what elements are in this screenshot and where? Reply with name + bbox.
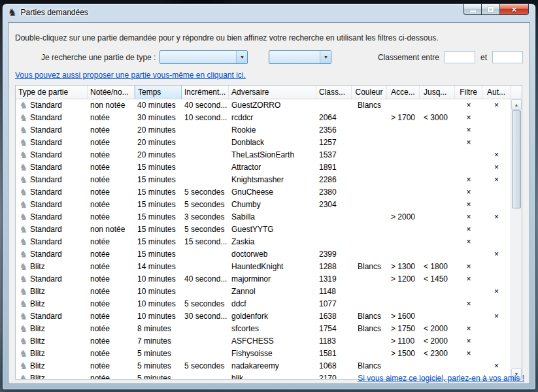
table-cell: × xyxy=(455,211,482,223)
table-cell: > 1600 xyxy=(387,310,420,323)
column-header[interactable]: Incrément... xyxy=(182,86,229,99)
column-header[interactable]: Aut... xyxy=(482,86,511,99)
column-header[interactable]: Type de partie xyxy=(16,86,88,99)
table-row[interactable]: ♞Standardnon notée40 minutes40 second...… xyxy=(16,99,522,112)
table-cell xyxy=(482,261,511,273)
table-cell: 1257 xyxy=(316,137,352,149)
title-bar[interactable]: ♞ Parties demandées xyxy=(3,4,535,19)
table-cell xyxy=(352,211,387,223)
table-cell: 20 minutes xyxy=(135,137,182,149)
table-cell: < 2000 xyxy=(420,323,455,335)
table-cell: 20 minutes xyxy=(135,124,182,137)
knight-icon: ♞ xyxy=(18,286,29,298)
table-cell: notée xyxy=(88,298,135,310)
propose-game-link[interactable]: Vous pouvez aussi proposer une partie vo… xyxy=(15,71,246,80)
table-cell: 15 minutes xyxy=(135,199,182,211)
table-cell: 10 second... xyxy=(182,112,229,124)
table-row[interactable]: ♞Standardnotée15 minutes15 second...Zask… xyxy=(16,236,522,248)
table-cell: 15 minutes xyxy=(135,223,182,236)
column-header[interactable]: Couleur xyxy=(352,86,387,99)
table-cell: Zaskia xyxy=(229,236,316,248)
table-cell: > 1700 xyxy=(387,112,420,124)
table-row[interactable]: ♞Standardnotée10 minutes40 second...majo… xyxy=(16,273,522,286)
table-cell: 1288 xyxy=(316,261,352,273)
table-row[interactable]: ♞Standardnotée20 minutesDonblack1257× xyxy=(16,137,522,149)
table-cell: 2304 xyxy=(316,199,352,211)
table-row[interactable]: ♞Blitznotée5 minutesFishysoisse1581> 150… xyxy=(16,348,522,360)
tell-friends-link[interactable]: Si vous aimez ce logiciel, parlez-en à v… xyxy=(358,374,524,383)
table-row[interactable]: ♞Standardnotée15 minutes5 secondesChumby… xyxy=(16,199,522,211)
scroll-up-icon[interactable]: ▲ xyxy=(511,99,522,110)
knight-icon: ♞ xyxy=(18,223,29,236)
table-cell: Attractor xyxy=(229,161,316,174)
table-cell: × xyxy=(455,348,482,360)
table-row[interactable]: ♞Standardnotée15 minutesAttractor1891× xyxy=(16,161,522,174)
column-header[interactable]: Temps xyxy=(135,86,182,99)
table-row[interactable]: ♞Blitznotée10 minutes5 secondesddcf1077× xyxy=(16,298,522,310)
table-cell xyxy=(420,199,455,211)
table-cell: 15 second... xyxy=(182,236,229,248)
chevron-down-icon: ▼ xyxy=(320,51,331,63)
table-cell xyxy=(420,360,455,372)
table-cell xyxy=(387,161,420,174)
table-row[interactable]: ♞Blitznotée14 minutesHauntedKnight1288Bl… xyxy=(16,261,522,273)
table-row[interactable]: ♞Standardnotée15 minutesKnightsmasher228… xyxy=(16,174,522,186)
table-row[interactable]: ♞Standardnotée20 minutesRookie2356× xyxy=(16,124,522,137)
table-cell: notée xyxy=(88,372,135,380)
rating-between-label: Classement entre xyxy=(378,53,439,62)
table-row[interactable]: ♞Standardnotée15 minutes5 secondesGnuChe… xyxy=(16,186,522,199)
table-cell: 1148 xyxy=(316,286,352,298)
table-cell: ♞Blitz xyxy=(16,261,88,273)
table-body: ♞Standardnon notée40 minutes40 second...… xyxy=(16,99,522,380)
table-cell: > 1750 xyxy=(387,323,420,335)
column-header[interactable]: Acce... xyxy=(387,86,420,99)
table-cell: blik xyxy=(229,372,316,380)
table-cell: ♞Standard xyxy=(16,211,88,223)
table-cell: × xyxy=(455,335,482,348)
column-header[interactable]: Jusq... xyxy=(420,86,455,99)
table-cell: rcddcr xyxy=(229,112,316,124)
scrollbar-thumb[interactable] xyxy=(512,110,521,208)
table-cell: × xyxy=(455,273,482,286)
table-row[interactable]: ♞Standardnon notée15 minutes5 secondesGu… xyxy=(16,223,522,236)
table-header: Type de partieNotée/no...TempsIncrément.… xyxy=(16,86,522,99)
table-cell: × xyxy=(482,360,511,372)
column-header[interactable]: Class... xyxy=(316,86,352,99)
table-cell: GuestYYTG xyxy=(229,223,316,236)
minimize-button[interactable] xyxy=(463,4,482,15)
table-cell xyxy=(455,161,482,174)
table-cell xyxy=(182,137,229,149)
table-row[interactable]: ♞Blitznotée5 minutes5 secondesnadakareem… xyxy=(16,360,522,372)
table-row[interactable]: ♞Standardnotée10 minutes30 second...gold… xyxy=(16,310,522,323)
table-row[interactable]: ♞Standardnotée15 minutesdoctorweb2399× xyxy=(16,248,522,261)
table-cell xyxy=(420,286,455,298)
table-cell xyxy=(482,223,511,236)
rating-min-input[interactable] xyxy=(445,51,475,63)
table-cell: 7 minutes xyxy=(135,335,182,348)
table-cell xyxy=(420,149,455,161)
game-type-dropdown[interactable]: ▼ xyxy=(160,50,248,64)
table-cell xyxy=(420,137,455,149)
table-cell: Knightsmasher xyxy=(229,174,316,186)
maximize-button[interactable] xyxy=(482,4,499,15)
vertical-scrollbar[interactable]: ▲ ▼ xyxy=(511,99,522,379)
table-row[interactable]: ♞Blitznotée8 minutessfcortes1754Blancs> … xyxy=(16,323,522,335)
table-row[interactable]: ♞Standardnotée30 minutes10 second...rcdd… xyxy=(16,112,522,124)
table-cell xyxy=(420,174,455,186)
table-row[interactable]: ♞Blitznotée7 minutesASFCHESS1183> 1100< … xyxy=(16,335,522,348)
table-cell xyxy=(182,323,229,335)
table-cell: ♞Standard xyxy=(16,124,88,137)
table-row[interactable]: ♞Blitznotée10 minutesZannol1148× xyxy=(16,286,522,298)
table-row[interactable]: ♞Standardnotée20 minutesTheLastSionEarth… xyxy=(16,149,522,161)
dialog-window: ♞ Parties demandées × Double-cliquez sur… xyxy=(2,3,536,390)
game-subtype-dropdown[interactable]: ▼ xyxy=(269,50,331,64)
column-header[interactable]: Adversaire xyxy=(229,86,316,99)
table-cell: 40 second... xyxy=(182,99,229,112)
close-button[interactable]: × xyxy=(499,4,529,15)
rating-max-input[interactable] xyxy=(492,51,523,63)
table-row[interactable]: ♞Standardnotée15 minutes3 secondesSabill… xyxy=(16,211,522,223)
table-cell xyxy=(387,286,420,298)
table-cell xyxy=(182,372,229,380)
column-header[interactable]: Notée/no... xyxy=(88,86,135,99)
column-header[interactable]: Filtre xyxy=(455,86,482,99)
